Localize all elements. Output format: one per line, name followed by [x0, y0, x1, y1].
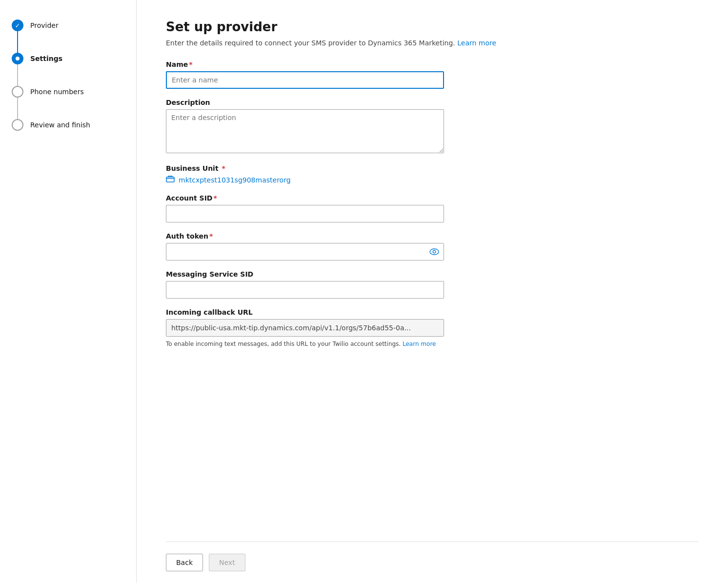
step-circle-settings: [12, 53, 23, 64]
svg-point-1: [430, 249, 439, 255]
main-content: Set up provider Enter the details requir…: [137, 0, 728, 583]
account-sid-input[interactable]: [166, 205, 444, 222]
business-unit-field[interactable]: mktcxptest1031sg908masterorg: [166, 175, 444, 184]
callback-url-input: [166, 319, 444, 337]
svg-point-2: [433, 250, 436, 253]
name-input[interactable]: [166, 71, 444, 89]
business-unit-required-star: *: [220, 164, 225, 172]
messaging-service-sid-label: Messaging Service SID: [166, 270, 444, 278]
name-group: Name*: [166, 60, 444, 89]
step-circle-phone-numbers: [12, 86, 23, 98]
active-dot-icon: [16, 57, 20, 60]
account-sid-label: Account SID*: [166, 194, 444, 202]
eye-icon: [429, 248, 439, 255]
page-description: Enter the details required to connect yo…: [166, 39, 699, 47]
auth-token-field-wrapper: [166, 243, 444, 261]
callback-learn-more-link[interactable]: Learn more: [403, 341, 436, 347]
svg-rect-0: [166, 177, 174, 182]
step-circle-review: [12, 119, 23, 131]
auth-token-label: Auth token*: [166, 232, 444, 240]
step-settings[interactable]: Settings: [12, 53, 124, 64]
description-group: Description: [166, 99, 444, 155]
learn-more-link[interactable]: Learn more: [457, 39, 496, 47]
sidebar: ✓ Provider Settings Phone numbers Review…: [0, 0, 137, 583]
step-circle-provider: ✓: [12, 20, 23, 31]
step-provider[interactable]: ✓ Provider: [12, 20, 124, 31]
connector-2: [17, 64, 18, 86]
description-text: Enter the details required to connect yo…: [166, 39, 455, 47]
step-label-review: Review and finish: [30, 121, 90, 129]
messaging-service-sid-group: Messaging Service SID: [166, 270, 444, 299]
step-label-phone-numbers: Phone numbers: [30, 88, 84, 96]
toggle-password-button[interactable]: [429, 248, 439, 255]
messaging-service-sid-input[interactable]: [166, 281, 444, 299]
steps-container: ✓ Provider Settings Phone numbers Review…: [12, 20, 124, 131]
callback-url-label: Incoming callback URL: [166, 308, 444, 316]
account-sid-group: Account SID*: [166, 194, 444, 222]
business-unit-label: Business Unit *: [166, 164, 444, 172]
business-unit-group: Business Unit * mktcxptest1031sg908maste…: [166, 164, 444, 184]
form-section: Name* Description Business Unit *: [166, 60, 444, 542]
back-button[interactable]: Back: [166, 554, 203, 571]
description-label: Description: [166, 99, 444, 106]
description-textarea[interactable]: [166, 109, 444, 153]
checkmark-icon: ✓: [15, 22, 20, 29]
name-required-star: *: [189, 60, 192, 68]
page-title: Set up provider: [166, 20, 699, 34]
auth-token-input[interactable]: [166, 243, 444, 261]
step-label-settings: Settings: [30, 55, 62, 62]
auth-token-group: Auth token*: [166, 232, 444, 261]
connector-1: [17, 31, 18, 53]
account-sid-required-star: *: [213, 194, 217, 202]
step-phone-numbers[interactable]: Phone numbers: [12, 86, 124, 98]
business-unit-value: mktcxptest1031sg908masterorg: [179, 176, 291, 184]
callback-url-group: Incoming callback URL To enable incoming…: [166, 308, 444, 348]
step-review-finish[interactable]: Review and finish: [12, 119, 124, 131]
footer-bar: Back Next: [166, 542, 699, 583]
connector-3: [17, 98, 18, 119]
step-label-provider: Provider: [30, 21, 59, 29]
callback-help-text: To enable incoming text messages, add th…: [166, 340, 444, 348]
auth-token-required-star: *: [209, 232, 213, 240]
next-button[interactable]: Next: [209, 554, 245, 571]
business-unit-icon: [166, 175, 175, 184]
name-label: Name*: [166, 60, 444, 68]
